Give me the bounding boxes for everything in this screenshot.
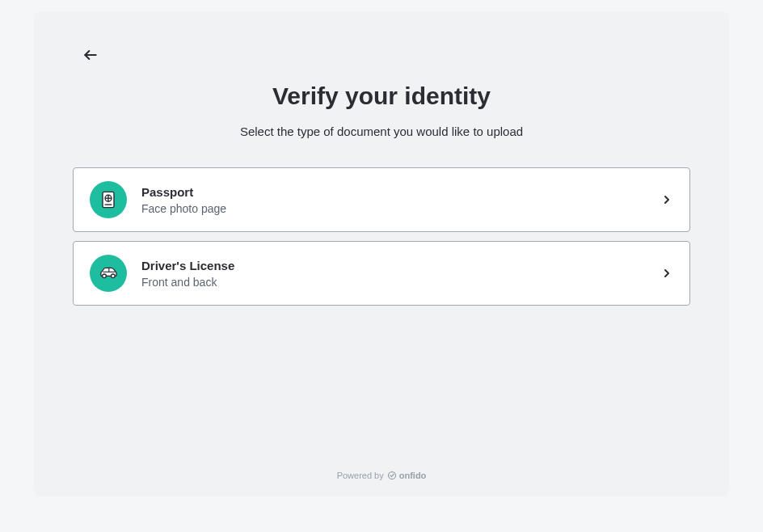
option-passport-text: Passport Face photo page [141,185,660,215]
page-title: Verify your identity [63,82,700,110]
car-icon [90,255,127,292]
option-passport[interactable]: Passport Face photo page [73,167,690,232]
option-drivers-license[interactable]: Driver's License Front and back [73,241,690,306]
main-content: Verify your identity Select the type of … [63,34,700,306]
option-title: Driver's License [141,259,660,272]
brand-name: onfido [399,471,427,480]
page-subtitle: Select the type of document you would li… [63,125,700,138]
back-button[interactable] [79,44,102,66]
svg-point-8 [112,274,116,278]
passport-icon [90,181,127,218]
onfido-brand: onfido [387,471,427,480]
footer-attribution: Powered by onfido [34,471,729,480]
identity-verification-modal: Verify your identity Select the type of … [34,11,729,496]
option-title: Passport [141,185,660,199]
option-drivers-license-text: Driver's License Front and back [141,259,660,289]
arrow-left-icon [82,47,99,63]
chevron-right-icon [660,267,673,280]
svg-point-7 [103,274,107,278]
chevron-right-icon [660,193,673,206]
option-description: Face photo page [141,202,660,215]
onfido-logo-icon [387,471,397,480]
document-options-list: Passport Face photo page [63,167,700,306]
option-description: Front and back [141,276,660,289]
powered-by-label: Powered by [337,471,384,480]
